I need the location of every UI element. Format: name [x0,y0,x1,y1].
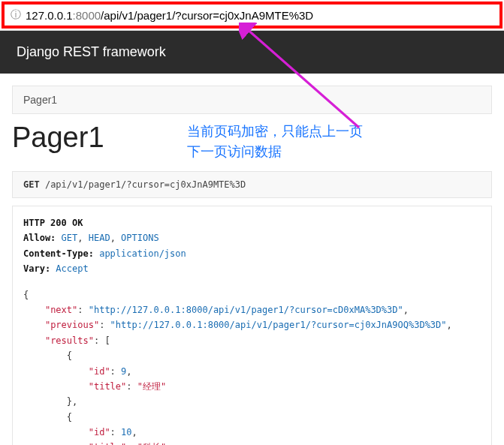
request-method: GET [23,179,40,190]
app-header: Django REST framework [0,31,504,74]
page-title: Pager1 [12,122,104,154]
request-url: /api/v1/pager1/?cursor=cj0xJnA9MTE%3D [45,179,246,190]
response-box: HTTP 200 OK Allow: GET, HEAD, OPTIONS Co… [12,206,492,445]
request-box: GET /api/v1/pager1/?cursor=cj0xJnA9MTE%3… [12,171,492,198]
url-text: 127.0.0.1:8000/api/v1/pager1/?cursor=cj0… [26,9,313,22]
brand-label[interactable]: Django REST framework [17,44,166,59]
url-bar-container: ⓘ 127.0.0.1:8000/api/v1/pager1/?cursor=c… [0,0,504,31]
title-row: Pager1 当前页码加密，只能点上一页 下一页访问数据 [0,114,504,167]
breadcrumb: Pager1 [12,86,492,114]
breadcrumb-item[interactable]: Pager1 [23,94,57,106]
response-status: HTTP 200 OK [23,215,481,230]
url-path: /api/v1/pager1/?cursor=cj0xJnA9MTE%3D [101,9,313,22]
response-header-vary: Vary: Accept [23,261,481,276]
url-bar[interactable]: ⓘ 127.0.0.1:8000/api/v1/pager1/?cursor=c… [2,2,502,29]
annotation-text: 当前页码加密，只能点上一页 下一页访问数据 [187,122,363,162]
url-port: :8000 [73,9,101,22]
info-icon: ⓘ [11,8,21,22]
content-area: Pager1 Pager1 当前页码加密，只能点上一页 下一页访问数据 GET … [0,86,504,445]
response-header-content-type: Content-Type: application/json [23,246,481,261]
response-header-allow: Allow: GET, HEAD, OPTIONS [23,230,481,245]
url-host: 127.0.0.1 [26,9,73,22]
response-body: { "next": "http://127.0.0.1:8000/api/v1/… [23,287,481,445]
